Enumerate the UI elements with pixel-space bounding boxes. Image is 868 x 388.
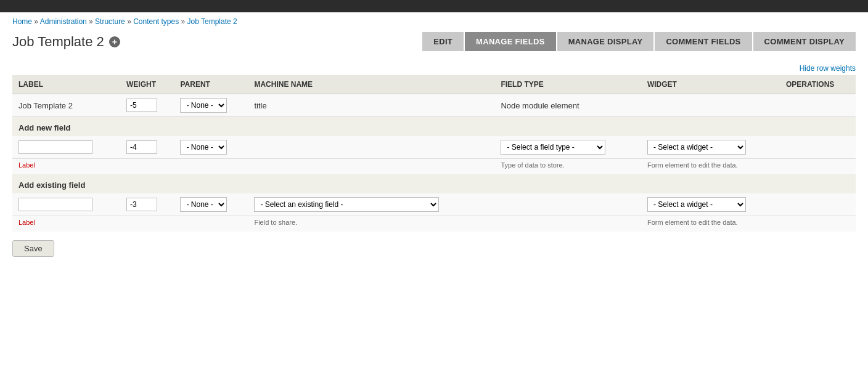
- tab-edit[interactable]: EDIT: [422, 32, 464, 51]
- breadcrumb-structure[interactable]: Structure: [95, 17, 125, 26]
- new-field-type-hint: Type of data to store.: [494, 159, 641, 175]
- new-field-parent-select[interactable]: - None -: [180, 140, 227, 155]
- existing-field-label-cell: [12, 193, 120, 216]
- hide-row-weights-link[interactable]: Hide row weights: [800, 64, 856, 73]
- tab-comment-fields[interactable]: COMMENT FIELDS: [655, 32, 751, 51]
- new-field-operations-cell: [780, 136, 856, 159]
- tab-manage-display[interactable]: MANAGE DISPLAY: [557, 32, 654, 51]
- new-field-weight-cell: [120, 136, 174, 159]
- existing-field-label-input[interactable]: [18, 198, 92, 211]
- hide-row-weights-container: Hide row weights: [12, 63, 856, 73]
- save-button[interactable]: Save: [12, 240, 54, 257]
- add-new-field-row: - None - - Select a field type - - Selec…: [12, 136, 856, 159]
- tab-manage-fields[interactable]: MANAGE FIELDS: [465, 32, 556, 51]
- new-field-parent-cell: - None -: [174, 136, 248, 159]
- col-label: LABEL: [12, 75, 120, 94]
- existing-field-hint: Field to share.: [248, 216, 494, 232]
- new-field-weight-input[interactable]: [126, 140, 157, 154]
- existing-field-weight-cell: [120, 193, 174, 216]
- new-field-label-hint: Label: [12, 159, 120, 175]
- col-weight: WEIGHT: [120, 75, 174, 94]
- row-parent: - None -: [174, 94, 248, 117]
- add-existing-field-section: Add existing field: [12, 174, 856, 193]
- add-new-field-label: Add new field: [12, 117, 856, 137]
- new-field-type-select[interactable]: - Select a field type -: [501, 140, 605, 155]
- existing-label-hint: Label: [12, 216, 120, 232]
- add-icon[interactable]: +: [109, 36, 120, 47]
- new-field-label-input[interactable]: [18, 140, 92, 154]
- existing-field-parent-cell: - None -: [174, 193, 248, 216]
- row-weight-input[interactable]: [126, 99, 157, 112]
- breadcrumb-content-types[interactable]: Content types: [133, 17, 179, 26]
- existing-field-widget-select[interactable]: - Select a widget -: [647, 197, 746, 212]
- table-row: Job Template 2 - None - title Node modul…: [12, 94, 856, 117]
- col-operations: OPERATIONS: [780, 75, 856, 94]
- breadcrumb-home[interactable]: Home: [12, 17, 32, 26]
- row-widget: [641, 94, 780, 117]
- row-machine-name: title: [248, 94, 494, 117]
- page-title-row: Job Template 2 + EDIT MANAGE FIELDS MANA…: [0, 28, 868, 57]
- col-field-type: FIELD TYPE: [494, 75, 641, 94]
- table-header: LABEL WEIGHT PARENT MACHINE NAME FIELD T…: [12, 75, 856, 94]
- add-existing-field-hint-row: Label Field to share. Form element to ed…: [12, 216, 856, 232]
- row-parent-select[interactable]: - None -: [180, 98, 227, 113]
- add-existing-field-row: - None - - Select an existing field - - …: [12, 193, 856, 216]
- existing-field-parent-select[interactable]: - None -: [180, 197, 227, 212]
- top-bar: [0, 0, 868, 12]
- existing-field-dropdown[interactable]: - Select an existing field -: [254, 197, 439, 212]
- col-widget: WIDGET: [641, 75, 780, 94]
- new-field-type-cell: - Select a field type -: [494, 136, 641, 159]
- new-field-machine-name-cell: [248, 136, 494, 159]
- main-content: Hide row weights LABEL WEIGHT PARENT MAC…: [0, 57, 868, 269]
- new-field-label-cell: [12, 136, 120, 159]
- add-new-field-section: Add new field: [12, 117, 856, 137]
- tab-comment-display[interactable]: COMMENT DISPLAY: [753, 32, 856, 51]
- new-field-widget-hint: Form element to edit the data.: [641, 159, 780, 175]
- add-new-field-hint-row: Label Type of data to store. Form elemen…: [12, 159, 856, 175]
- breadcrumb-administration[interactable]: Administration: [40, 17, 87, 26]
- breadcrumb: Home » Administration » Structure » Cont…: [0, 12, 868, 28]
- existing-field-widget-cell: - Select a widget -: [641, 193, 780, 216]
- existing-field-type-cell: [494, 193, 641, 216]
- new-field-widget-cell: - Select a widget -: [641, 136, 780, 159]
- row-weight: [120, 94, 174, 117]
- breadcrumb-job-template[interactable]: Job Template 2: [187, 17, 237, 26]
- page-title: Job Template 2 +: [12, 34, 120, 50]
- col-machine-name: MACHINE NAME: [248, 75, 494, 94]
- existing-field-operations-cell: [780, 193, 856, 216]
- new-field-widget-select[interactable]: - Select a widget -: [647, 140, 746, 155]
- add-existing-field-label: Add existing field: [12, 174, 856, 193]
- row-operations: [780, 94, 856, 117]
- row-field-type: Node module element: [494, 94, 641, 117]
- fields-table: LABEL WEIGHT PARENT MACHINE NAME FIELD T…: [12, 75, 856, 232]
- existing-widget-hint: Form element to edit the data.: [641, 216, 780, 232]
- save-button-container: Save: [12, 232, 856, 257]
- row-label: Job Template 2: [12, 94, 120, 117]
- tab-nav: EDIT MANAGE FIELDS MANAGE DISPLAY COMMEN…: [422, 32, 856, 51]
- col-parent: PARENT: [174, 75, 248, 94]
- existing-field-select-cell: - Select an existing field -: [248, 193, 494, 216]
- existing-field-weight-input[interactable]: [126, 198, 157, 211]
